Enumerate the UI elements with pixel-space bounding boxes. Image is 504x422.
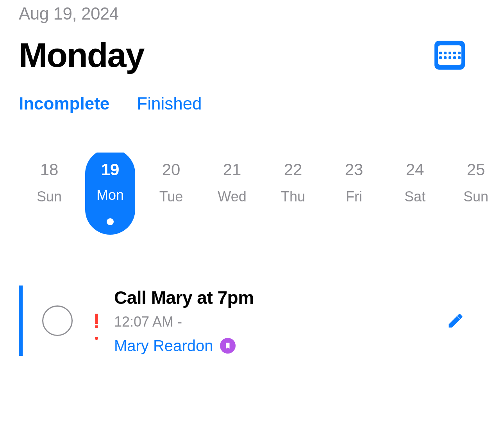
filter-tabs: Incomplete Finished [19, 94, 504, 113]
week-day-label: Sun [37, 189, 62, 205]
week-day-number: 19 [101, 160, 120, 179]
tab-incomplete[interactable]: Incomplete [19, 94, 109, 113]
week-day-number: 21 [223, 160, 241, 179]
week-day-19-selected[interactable]: 19 Mon [85, 153, 135, 235]
week-day-number: 22 [284, 160, 302, 179]
calendar-view-button[interactable] [434, 41, 465, 70]
week-day-label: Sat [404, 189, 425, 205]
bookmark-icon[interactable] [220, 338, 236, 354]
week-day-number: 25 [467, 160, 485, 179]
week-day-label: Tue [159, 189, 183, 205]
calendar-icon [438, 45, 461, 65]
week-day-21[interactable]: 21 Wed [202, 153, 263, 235]
week-day-label: Fri [346, 189, 362, 205]
week-day-label: Mon [97, 187, 124, 203]
day-title: Monday [19, 35, 144, 75]
week-day-number: 18 [40, 160, 59, 179]
edit-task-button[interactable] [446, 311, 465, 330]
task-complete-checkbox[interactable] [42, 305, 73, 336]
task-card[interactable]: ! Call Mary at 7pm 12:07 AM - Mary Reard… [19, 286, 504, 356]
week-day-18[interactable]: 18 Sun [19, 153, 80, 235]
week-day-25[interactable]: 25 Sun [445, 153, 504, 235]
week-day-label: Wed [218, 189, 246, 205]
week-day-22[interactable]: 22 Thu [263, 153, 323, 235]
tab-finished[interactable]: Finished [137, 94, 202, 113]
week-day-label: Thu [281, 189, 305, 205]
week-day-number: 20 [162, 160, 181, 179]
week-day-number: 24 [406, 160, 424, 179]
week-day-23[interactable]: 23 Fri [323, 153, 384, 235]
task-time-sep: - [173, 314, 182, 330]
week-day-24[interactable]: 24 Sat [384, 153, 445, 235]
task-time-value: 12:07 AM [114, 314, 173, 330]
week-day-number: 23 [345, 160, 363, 179]
task-title: Call Mary at 7pm [114, 287, 446, 308]
week-strip[interactable]: 18 Sun 19 Mon 20 Tue 21 Wed 22 Thu 23 Fr… [19, 153, 504, 235]
header-row: Monday [19, 35, 504, 75]
task-body: Call Mary at 7pm 12:07 AM - Mary Reardon [114, 287, 446, 355]
task-accent-bar [19, 286, 23, 356]
priority-high-icon: ! [93, 309, 100, 333]
week-day-20[interactable]: 20 Tue [141, 153, 202, 235]
task-contact-link[interactable]: Mary Reardon [114, 337, 213, 355]
date-label: Aug 19, 2024 [19, 4, 504, 23]
week-day-label: Sun [463, 189, 488, 205]
today-indicator-dot [107, 218, 114, 225]
calendar-day-view: Aug 19, 2024 Monday Incomplete Finished … [0, 0, 504, 422]
task-contact-row: Mary Reardon [114, 337, 446, 355]
task-time: 12:07 AM - [114, 314, 446, 330]
